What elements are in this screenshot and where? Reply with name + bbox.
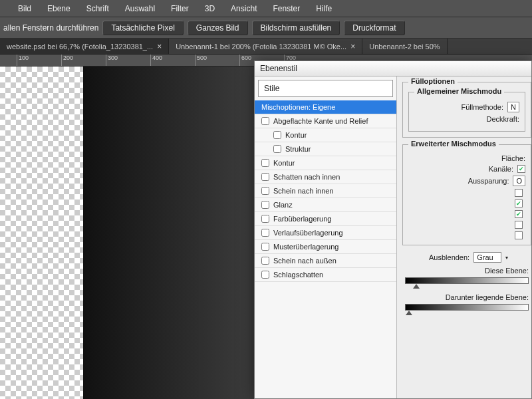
close-icon[interactable]: × [157, 42, 162, 51]
menu-item-fenster[interactable]: Fenster [265, 4, 308, 13]
style-checkbox[interactable] [261, 187, 269, 195]
option-button[interactable]: Druckformat [344, 21, 404, 35]
style-row[interactable]: Verlaufsüberlagerung [255, 226, 396, 240]
style-checkbox[interactable] [273, 131, 281, 139]
style-label: Mischoptionen: Eigene [261, 103, 335, 111]
style-checkbox[interactable] [261, 257, 269, 265]
options-left-label: allen Fenstern durchführen [3, 23, 98, 33]
dropdown-icon[interactable]: ▾ [505, 255, 508, 261]
advanced-check-column [408, 189, 525, 239]
advanced-checkbox[interactable] [515, 189, 523, 197]
advanced-blend-title: Erweiterter Mischmodus [408, 140, 499, 148]
style-row[interactable]: Mischoptionen: Eigene [255, 100, 396, 114]
style-label: Abgeflachte Kante und Relief [273, 117, 368, 125]
style-row[interactable]: Glanz [255, 198, 396, 212]
ruler-tick: 100 [17, 55, 29, 66]
style-label: Farbüberlagerung [273, 215, 331, 223]
style-checkbox[interactable] [261, 243, 269, 251]
channel-checkbox[interactable] [517, 165, 525, 173]
style-row[interactable]: Farbüberlagerung [255, 212, 396, 226]
style-label: Verlaufsüberlagerung [273, 229, 343, 237]
style-checkbox[interactable] [261, 215, 269, 223]
style-checkbox[interactable] [261, 173, 269, 181]
ruler-tick: 400 [150, 55, 162, 66]
style-label: Struktur [285, 145, 311, 153]
opacity-label: Deckkraft: [486, 115, 519, 123]
channels-label: Kanäle: [489, 165, 513, 173]
style-row[interactable]: Kontur [255, 156, 396, 170]
slider-thumb-black[interactable] [413, 284, 420, 289]
dialog-title[interactable]: Ebenenstil [255, 61, 531, 76]
style-row[interactable]: Schlagschatten [255, 268, 396, 282]
style-row[interactable]: Musterüberlagerung [255, 240, 396, 254]
style-checkbox[interactable] [261, 201, 269, 209]
fill-method-label: Füllmethode: [461, 103, 503, 111]
style-checkbox[interactable] [261, 159, 269, 167]
option-button[interactable]: Bildschirm ausfüllen [252, 21, 340, 35]
tab-label: Unbenannt-1 bei 200% (Fotolia 13230381 M… [176, 43, 346, 51]
advanced-blend-group: Erweiterter Mischmodus Fläche: Kanäle: A… [402, 144, 531, 245]
fill-options-group: Fülloptionen Allgemeiner Mischmodu Füllm… [402, 82, 531, 138]
menu-item-schrift[interactable]: Schrift [78, 4, 117, 13]
this-layer-label: Diese Ebene: [402, 267, 531, 275]
transparency-checker [0, 66, 83, 399]
menu-item-auswahl[interactable]: Auswahl [117, 4, 163, 13]
options-bar: allen Fenstern durchführen Tatsächliche … [0, 17, 532, 39]
menu-item-3d[interactable]: 3D [197, 4, 223, 13]
option-button[interactable]: Ganzes Bild [188, 21, 248, 35]
advanced-checkbox[interactable] [515, 231, 523, 239]
advanced-checkbox[interactable] [515, 200, 523, 207]
menu-bar: BildEbeneSchriftAuswahlFilter3DAnsichtFe… [0, 0, 532, 17]
tab-label: website.psd bei 66,7% (Fotolia_13230381_… [7, 43, 153, 51]
option-button[interactable]: Tatsächliche Pixel [102, 21, 183, 35]
ruler-tick: 300 [106, 55, 118, 66]
document-tab[interactable]: Unbenannt-2 bei 50% [362, 39, 447, 54]
document-tab-bar: website.psd bei 66,7% (Fotolia_13230381_… [0, 39, 532, 55]
style-label: Schein nach innen [273, 187, 334, 195]
document-tab[interactable]: website.psd bei 66,7% (Fotolia_13230381_… [0, 39, 169, 54]
underlying-slider[interactable] [405, 304, 529, 311]
style-row[interactable]: Abgeflachte Kante und Relief [255, 114, 396, 128]
style-checkbox[interactable] [261, 229, 269, 237]
style-checkbox[interactable] [273, 145, 281, 153]
style-row[interactable]: Schein nach außen [255, 254, 396, 268]
style-label: Kontur [285, 131, 307, 139]
menu-item-bild[interactable]: Bild [10, 4, 39, 13]
this-layer-slider-block: Diese Ebene: [402, 267, 531, 284]
style-row[interactable]: Kontur [255, 128, 396, 142]
advanced-checkbox[interactable] [515, 221, 523, 229]
style-row[interactable]: Schein nach innen [255, 184, 396, 198]
styles-header[interactable]: Stile [258, 80, 393, 97]
general-blend-title: Allgemeiner Mischmodu [414, 87, 504, 95]
close-icon[interactable]: × [350, 42, 355, 51]
blendif-mode-select[interactable]: Grau [473, 252, 501, 263]
ruler-tick: 600 [239, 55, 251, 66]
style-label: Kontur [273, 159, 295, 167]
layer-style-dialog: Ebenenstil Stile Mischoptionen: EigeneAb… [254, 61, 532, 399]
style-checkbox[interactable] [261, 271, 269, 279]
menu-item-hilfe[interactable]: Hilfe [308, 4, 340, 13]
fill-area-label: Fläche: [501, 154, 525, 162]
styles-list: Mischoptionen: EigeneAbgeflachte Kante u… [255, 100, 396, 282]
style-label: Musterüberlagerung [273, 243, 338, 251]
menu-item-filter[interactable]: Filter [163, 4, 197, 13]
slider-thumb-black[interactable] [406, 311, 412, 315]
menu-item-ebene[interactable]: Ebene [39, 4, 78, 13]
ruler-tick: 500 [195, 55, 207, 66]
underlying-label: Darunter liegende Ebene: [402, 293, 531, 301]
blend-options-column: Fülloptionen Allgemeiner Mischmodu Füllm… [397, 76, 531, 398]
style-label: Schatten nach innen [273, 173, 340, 181]
advanced-checkbox[interactable] [515, 210, 523, 218]
style-checkbox[interactable] [261, 117, 269, 125]
general-blend-group: Allgemeiner Mischmodu Füllmethode: N Dec… [408, 92, 525, 132]
document-tab[interactable]: Unbenannt-1 bei 200% (Fotolia 13230381 M… [169, 39, 362, 54]
style-row[interactable]: Schatten nach innen [255, 170, 396, 184]
styles-column: Stile Mischoptionen: EigeneAbgeflachte K… [255, 76, 397, 398]
fill-options-title: Fülloptionen [408, 77, 458, 85]
tab-label: Unbenannt-2 bei 50% [369, 43, 440, 51]
fill-method-select[interactable]: N [507, 102, 519, 112]
menu-item-ansicht[interactable]: Ansicht [223, 4, 265, 13]
style-row[interactable]: Struktur [255, 142, 396, 156]
knockout-select[interactable]: O [513, 176, 525, 186]
this-layer-slider[interactable] [405, 277, 529, 284]
